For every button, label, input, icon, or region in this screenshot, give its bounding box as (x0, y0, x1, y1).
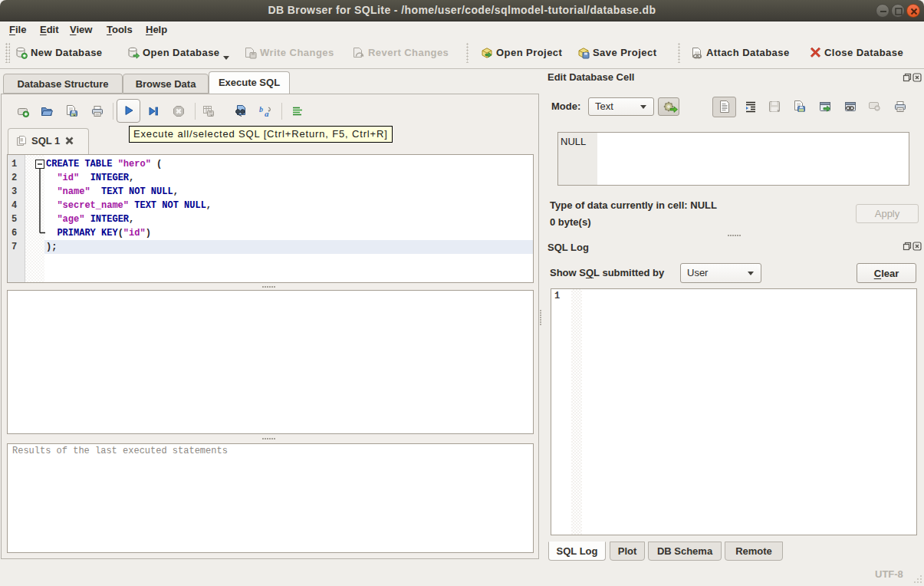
svg-text:b: b (259, 105, 263, 114)
